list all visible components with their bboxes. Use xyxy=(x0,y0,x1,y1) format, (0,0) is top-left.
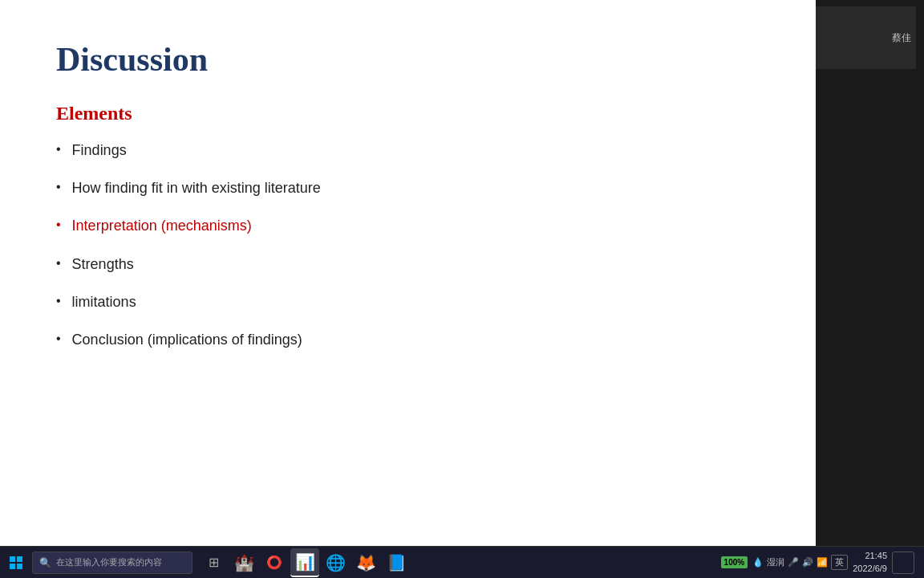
bullet-text-literature: How finding fit in with existing literat… xyxy=(72,178,321,198)
search-placeholder: 在这里输入你要搜索的内容 xyxy=(56,556,162,568)
right-panel: 蔡佳 xyxy=(816,0,924,552)
water-drop-icon: 💧 xyxy=(752,557,764,568)
bullet-text-strengths: Strengths xyxy=(72,254,134,275)
taskbar-apps: ⊞ 🏰 ⭕ 📊 🌐 🦊 📘 xyxy=(199,548,411,577)
right-panel-top: 蔡佳 xyxy=(816,6,916,69)
file-explorer-button[interactable]: 🏰 xyxy=(229,548,258,577)
taskview-icon: ⊞ xyxy=(209,555,219,570)
bullet-text-findings: Findings xyxy=(72,140,127,161)
mic-icon: 🎤 xyxy=(788,557,799,568)
network-icon: 📶 xyxy=(817,557,828,568)
clock-date: 2022/6/9 xyxy=(853,563,887,575)
lang-label[interactable]: 英 xyxy=(831,555,848,570)
taskbar: 🔍 在这里输入你要搜索的内容 ⊞ 🏰 ⭕ 📊 🌐 🦊 📘 xyxy=(0,546,924,578)
bullet-item-conclusion: • Conclusion (implications of findings) xyxy=(56,330,760,350)
slide-title: Discussion xyxy=(56,40,760,79)
battery-indicator: 100% xyxy=(721,556,748,568)
svg-rect-0 xyxy=(10,556,15,562)
bullet-dot: • xyxy=(56,140,61,158)
bullet-dot: • xyxy=(56,216,61,234)
bullet-text-interpretation: Interpretation (mechanisms) xyxy=(72,216,252,236)
chrome-icon: 🌐 xyxy=(326,553,346,572)
bullet-dot: • xyxy=(56,178,61,196)
bullet-item-limitations: • limitations xyxy=(56,292,760,312)
system-tray-icons: 💧 湿润 🎤 🔊 📶 英 xyxy=(752,555,848,570)
search-icon: 🔍 xyxy=(39,557,51,568)
powerpoint-button[interactable]: 📊 xyxy=(290,548,319,577)
taskbar-clock: 21:45 2022/6/9 xyxy=(853,550,887,575)
bullet-dot: • xyxy=(56,330,61,348)
bullet-item-literature: • How finding fit in with existing liter… xyxy=(56,178,760,198)
taskbar-search-box[interactable]: 🔍 在这里输入你要搜索的内容 xyxy=(32,552,192,574)
bullet-dot: • xyxy=(56,254,61,272)
firefox-icon: 🦊 xyxy=(356,553,376,572)
bullet-item-findings: • Findings xyxy=(56,140,760,161)
slide-container: Discussion Elements • Findings • How fin… xyxy=(0,0,816,552)
chrome-button[interactable]: 🌐 xyxy=(321,548,350,577)
search-button[interactable]: ⭕ xyxy=(260,548,289,577)
taskbar-right: 100% 💧 湿润 🎤 🔊 📶 英 21:45 2022/6/9 xyxy=(721,550,921,575)
user-name: 蔡佳 xyxy=(892,31,911,45)
speaker-icon: 🔊 xyxy=(802,557,813,568)
bullet-list: • Findings • How finding fit in with exi… xyxy=(56,140,760,350)
svg-rect-2 xyxy=(10,564,15,569)
start-button[interactable] xyxy=(3,550,29,576)
bullet-text-conclusion: Conclusion (implications of findings) xyxy=(72,330,302,350)
taskview-button[interactable]: ⊞ xyxy=(199,548,228,577)
humidity-label: 湿润 xyxy=(767,556,784,568)
app-button[interactable]: 📘 xyxy=(382,548,411,577)
firefox-button[interactable]: 🦊 xyxy=(351,548,380,577)
powerpoint-icon: 📊 xyxy=(295,552,315,572)
file-explorer-icon: 🏰 xyxy=(234,553,254,572)
bullet-text-limitations: limitations xyxy=(72,292,136,312)
show-desktop-button[interactable] xyxy=(892,552,914,574)
svg-rect-3 xyxy=(17,564,22,569)
bullet-dot: • xyxy=(56,292,61,310)
search-app-icon: ⭕ xyxy=(266,555,282,570)
app-icon: 📘 xyxy=(387,553,407,572)
bullet-item-interpretation: • Interpretation (mechanisms) xyxy=(56,216,760,236)
svg-rect-1 xyxy=(17,556,22,562)
clock-time: 21:45 xyxy=(865,551,887,560)
slide-content: Discussion Elements • Findings • How fin… xyxy=(0,0,816,408)
bullet-item-strengths: • Strengths xyxy=(56,254,760,275)
slide-subtitle: Elements xyxy=(56,103,760,124)
